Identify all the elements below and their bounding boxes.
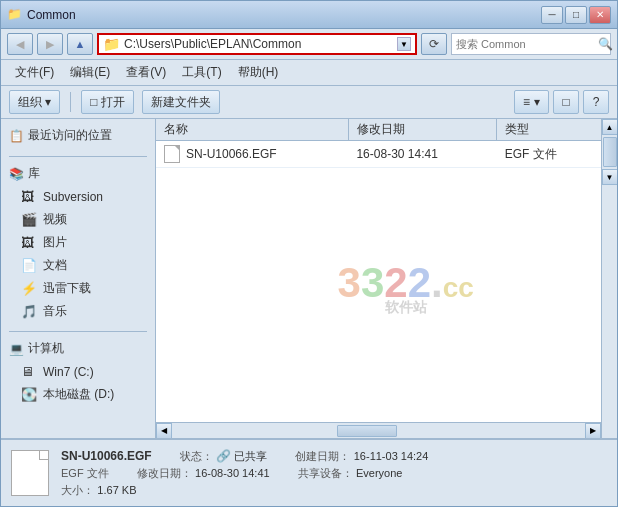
address-box[interactable]: 📁 C:\Users\Public\EPLAN\Common ▼ — [97, 33, 417, 55]
hscroll-track[interactable] — [172, 424, 585, 438]
documents-icon: 📄 — [21, 258, 37, 274]
sidebar-divider-2 — [9, 331, 147, 332]
recent-header[interactable]: 📋 最近访问的位置 — [1, 123, 155, 148]
table-row[interactable]: SN-U10066.EGF 16-08-30 14:41 EGF 文件 — [156, 141, 601, 168]
search-icon: 🔍 — [598, 37, 613, 51]
search-box[interactable]: 🔍 — [451, 33, 611, 55]
status-shared-value: Everyone — [356, 467, 402, 479]
file-list: 3322.cc 软件站 SN-U10066.EGF 16-08-30 14:41… — [156, 141, 601, 422]
library-section: 📚 库 🖼 Subversion 🎬 视频 🖼 图片 📄 文档 — [1, 161, 155, 323]
sidebar-item-xunlei[interactable]: ⚡ 迅雷下载 — [1, 277, 155, 300]
watermark-sub: 软件站 — [338, 298, 474, 316]
search-input[interactable] — [456, 38, 594, 50]
menu-edit[interactable]: 编辑(E) — [64, 62, 116, 83]
col-date[interactable]: 修改日期 — [349, 119, 498, 140]
hscroll-left-button[interactable]: ◀ — [156, 423, 172, 439]
sidebar-item-xunlei-label: 迅雷下载 — [43, 280, 91, 297]
sidebar-item-pictures-label: 图片 — [43, 234, 67, 251]
status-row-1: SN-U10066.EGF 状态： 🔗 已共享 创建日期： 16-11-03 1… — [61, 449, 607, 464]
computer-header[interactable]: 💻 计算机 — [1, 336, 155, 361]
d-drive-icon: 💽 — [21, 387, 37, 403]
status-bar: SN-U10066.EGF 状态： 🔗 已共享 创建日期： 16-11-03 1… — [1, 438, 617, 506]
watermark-3: 3 — [338, 258, 361, 305]
status-shared-label: 共享设备： — [298, 467, 353, 479]
address-folder-icon: 📁 — [103, 36, 120, 52]
status-modified-value: 16-08-30 14:41 — [195, 467, 270, 479]
toolbar-right: ≡ ▾ □ ? — [514, 90, 609, 114]
status-size-value: 1.67 KB — [97, 484, 136, 496]
toolbar-separator-1 — [70, 92, 71, 112]
file-type-cell: EGF 文件 — [497, 146, 601, 163]
folder-icon: 📁 — [7, 7, 23, 23]
pictures-icon: 🖼 — [21, 235, 37, 251]
organize-button[interactable]: 组织 ▾ — [9, 90, 60, 114]
status-created-value: 16-11-03 14:24 — [354, 450, 429, 462]
vscroll-down-button[interactable]: ▼ — [602, 169, 618, 185]
title-bar-buttons: ─ □ ✕ — [541, 6, 611, 24]
help-button[interactable]: ? — [583, 90, 609, 114]
sidebar-item-videos[interactable]: 🎬 视频 — [1, 208, 155, 231]
content-panel: 名称 修改日期 类型 3322.cc 软件站 SN-U1006 — [156, 119, 601, 438]
sidebar-item-d-label: 本地磁盘 (D:) — [43, 386, 114, 403]
vertical-scrollbar[interactable]: ▲ ▼ — [601, 119, 617, 438]
library-header[interactable]: 📚 库 — [1, 161, 155, 186]
computer-icon: 💻 — [9, 342, 24, 356]
hscroll-right-button[interactable]: ▶ — [585, 423, 601, 439]
menu-help[interactable]: 帮助(H) — [232, 62, 285, 83]
toolbar: 组织 ▾ □ 打开 新建文件夹 ≡ ▾ □ ? — [1, 86, 617, 119]
maximize-button[interactable]: □ — [565, 6, 587, 24]
sidebar-item-subversion[interactable]: 🖼 Subversion — [1, 186, 155, 208]
menu-view[interactable]: 查看(V) — [120, 62, 172, 83]
vscroll-thumb[interactable] — [603, 137, 617, 167]
sidebar-item-documents[interactable]: 📄 文档 — [1, 254, 155, 277]
watermark-2: 2 — [384, 258, 407, 305]
sidebar-item-c-drive[interactable]: 🖥 Win7 (C:) — [1, 361, 155, 383]
videos-icon: 🎬 — [21, 212, 37, 228]
pane-icon: □ — [562, 95, 569, 109]
recent-section: 📋 最近访问的位置 — [1, 123, 155, 148]
col-type[interactable]: 类型 — [497, 119, 601, 140]
col-name[interactable]: 名称 — [156, 119, 349, 140]
sidebar-item-subversion-label: Subversion — [43, 190, 103, 204]
status-filename: SN-U10066.EGF — [61, 449, 152, 464]
status-file-icon — [11, 450, 49, 496]
pane-button[interactable]: □ — [553, 90, 579, 114]
window-title: Common — [27, 8, 76, 22]
sidebar-item-music[interactable]: 🎵 音乐 — [1, 300, 155, 323]
menu-file[interactable]: 文件(F) — [9, 62, 60, 83]
menu-tools[interactable]: 工具(T) — [176, 62, 227, 83]
sidebar-divider-1 — [9, 156, 147, 157]
file-icon — [164, 145, 180, 163]
sidebar-item-videos-label: 视频 — [43, 211, 67, 228]
close-button[interactable]: ✕ — [589, 6, 611, 24]
view-button[interactable]: ≡ ▾ — [514, 90, 549, 114]
status-modified: 修改日期： 16-08-30 14:41 — [137, 466, 270, 481]
forward-button[interactable]: ▶ — [37, 33, 63, 55]
xunlei-icon: ⚡ — [21, 281, 37, 297]
library-icon: 📚 — [9, 167, 24, 181]
watermark: 3322.cc 软件站 — [338, 258, 474, 316]
vscroll-up-button[interactable]: ▲ — [602, 119, 618, 135]
recent-label: 最近访问的位置 — [28, 127, 112, 144]
back-button[interactable]: ◀ — [7, 33, 33, 55]
sidebar-item-documents-label: 文档 — [43, 257, 67, 274]
status-row-3: 大小： 1.67 KB — [61, 483, 607, 498]
music-icon: 🎵 — [21, 304, 37, 320]
open-button[interactable]: □ 打开 — [81, 90, 134, 114]
new-folder-button[interactable]: 新建文件夹 — [142, 90, 220, 114]
sidebar-item-pictures[interactable]: 🖼 图片 — [1, 231, 155, 254]
address-dropdown[interactable]: ▼ — [397, 37, 411, 51]
sidebar-item-d-drive[interactable]: 💽 本地磁盘 (D:) — [1, 383, 155, 406]
refresh-button[interactable]: ⟳ — [421, 33, 447, 55]
address-text: C:\Users\Public\EPLAN\Common — [124, 37, 393, 51]
main-area: 📋 最近访问的位置 📚 库 🖼 Subversion 🎬 视频 — [1, 119, 617, 438]
status-filetype: EGF 文件 — [61, 466, 109, 481]
column-header: 名称 修改日期 类型 — [156, 119, 601, 141]
computer-section: 💻 计算机 🖥 Win7 (C:) 💽 本地磁盘 (D:) — [1, 336, 155, 406]
minimize-button[interactable]: ─ — [541, 6, 563, 24]
file-date-cell: 16-08-30 14:41 — [348, 147, 496, 161]
watermark-dot: . — [431, 258, 443, 305]
hscroll-thumb[interactable] — [337, 425, 397, 437]
up-button[interactable]: ▲ — [67, 33, 93, 55]
horizontal-scrollbar[interactable]: ◀ ▶ — [156, 422, 601, 438]
